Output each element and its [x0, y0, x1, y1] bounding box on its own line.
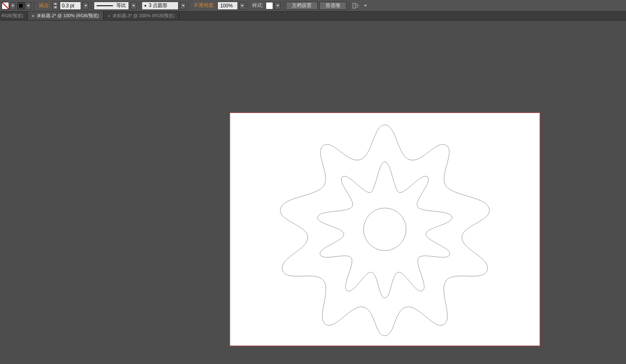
separator — [34, 1, 34, 10]
tab-title: 未标题-3* @ 200% (RGB/预览) — [113, 13, 175, 19]
tab-title: RGB/预览) — [2, 13, 23, 19]
fill-dropdown[interactable] — [10, 2, 16, 9]
separator — [283, 1, 283, 10]
canvas-area[interactable] — [0, 20, 626, 364]
stroke-weight-dropdown[interactable] — [83, 2, 88, 9]
brush-dot-icon — [145, 5, 146, 7]
fill-swatch-group — [2, 2, 16, 9]
opacity-value[interactable]: 100% — [217, 2, 238, 10]
profile-line-icon — [97, 5, 113, 6]
opacity-field: 100% — [220, 3, 233, 9]
artboard[interactable] — [229, 112, 540, 346]
tab-doc-1[interactable]: RGB/预览) — [0, 11, 28, 20]
brush-dropdown[interactable] — [180, 2, 186, 9]
svg-rect-0 — [353, 3, 355, 8]
align-dropdown[interactable] — [362, 2, 368, 9]
document-tabs: RGB/预览) × 未标题-2* @ 100% (RGB/预览) × 未标题-3… — [0, 11, 626, 20]
stroke-weight-input[interactable] — [60, 2, 81, 10]
stroke-label: 描边: — [36, 2, 51, 9]
style-label: 样式: — [251, 2, 264, 9]
close-icon[interactable]: × — [108, 14, 110, 18]
close-icon[interactable]: × — [32, 14, 34, 18]
document-setup-button[interactable]: 文档设置 — [286, 2, 318, 10]
separator — [188, 1, 189, 10]
width-profile-dropdown[interactable] — [131, 2, 136, 9]
flower-shape[interactable] — [274, 119, 495, 340]
separator — [139, 1, 139, 10]
tab-title: 未标题-2* @ 100% (RGB/预览) — [37, 13, 99, 19]
stroke-swatch-group — [17, 2, 31, 9]
stroke-dropdown[interactable] — [25, 2, 31, 9]
separator — [91, 1, 91, 10]
stroke-weight-stepper[interactable] — [52, 2, 58, 10]
svg-point-1 — [364, 208, 406, 251]
width-profile-label: 等比 — [116, 2, 126, 9]
align-similar-icon[interactable] — [352, 2, 361, 10]
brush-combo[interactable]: 3 点圆形 — [142, 2, 179, 10]
tab-doc-2[interactable]: × 未标题-2* @ 100% (RGB/预览) — [28, 11, 104, 20]
opacity-label: 不透明度: — [191, 2, 215, 9]
separator — [248, 1, 248, 10]
opacity-dropdown[interactable] — [240, 2, 245, 9]
separator — [349, 1, 349, 10]
preferences-button[interactable]: 首选项 — [319, 2, 346, 10]
tab-doc-3[interactable]: × 未标题-3* @ 200% (RGB/预览) — [104, 11, 179, 20]
style-dropdown[interactable] — [275, 2, 280, 9]
stroke-swatch[interactable] — [17, 2, 25, 9]
brush-label: 3 点圆形 — [149, 2, 167, 9]
style-swatch[interactable] — [266, 2, 273, 9]
options-bar: 描边: 等比 3 点圆形 不透明度: 100% 样式: 文档设置 首选项 — [0, 0, 626, 11]
width-profile-combo[interactable]: 等比 — [94, 2, 129, 10]
fill-none-swatch[interactable] — [2, 2, 9, 9]
